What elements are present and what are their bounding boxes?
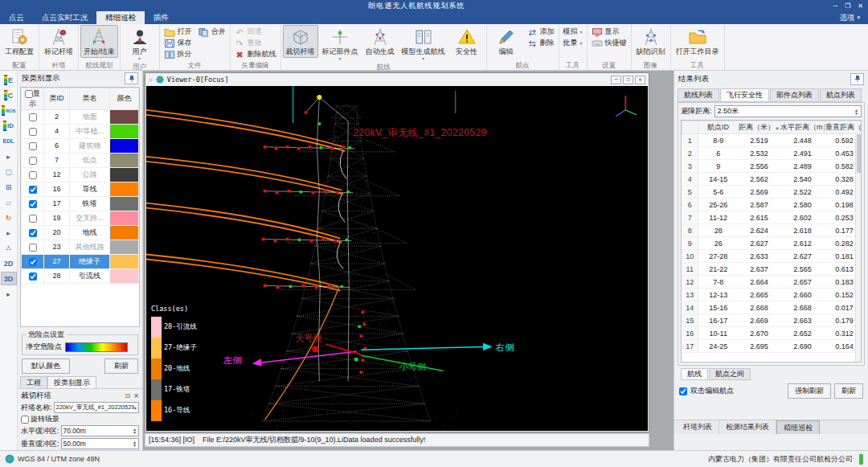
class-row[interactable]: 6 建筑物 [22, 138, 139, 153]
expand-arrow-icon[interactable]: ▸ [1, 287, 17, 301]
result-tab[interactable]: 飞行安全性 [720, 88, 769, 102]
class-visible-checkbox[interactable] [29, 215, 37, 223]
table-row[interactable]: 15 16-17 2.669 2.663 0.179 [682, 314, 862, 327]
result-tab[interactable]: 部件点列表 [770, 88, 819, 102]
add-waypoint-button[interactable]: ⇄ 添加 [525, 27, 557, 37]
class-color-swatch[interactable] [110, 110, 138, 124]
defect-recognition-button[interactable]: 缺陷识别 [633, 25, 669, 58]
hotkey-button[interactable]: 快捷键 [589, 38, 629, 48]
merge-button[interactable]: 合并 [195, 27, 228, 37]
split-button[interactable]: 拆分 [162, 49, 194, 59]
safety-button[interactable]: 安全性 [449, 25, 485, 58]
float-panel-icon[interactable]: ⊡ [125, 392, 131, 399]
undo-button[interactable]: ↶ 回退 [232, 27, 279, 37]
menu-tab[interactable]: 点云 [0, 11, 33, 24]
class-visible-checkbox[interactable] [29, 229, 37, 237]
menu-tab[interactable]: 点云实时工况 [33, 11, 96, 24]
table-row[interactable]: 6 25-26 2.587 2.580 0.198 [682, 199, 862, 211]
expand-arrow-icon[interactable]: ▸ [1, 150, 17, 163]
class-visible-checkbox[interactable] [29, 128, 37, 136]
vertical-buffer-spinner[interactable]: 50.00m ▲▼ [61, 438, 139, 449]
default-color-button[interactable]: 默认颜色 [22, 358, 70, 374]
auto-generate-button[interactable]: 自动生成 [362, 25, 398, 58]
right-bottom-tab[interactable]: 杆塔列表 [677, 420, 719, 434]
colorize-class-button[interactable]: C [1, 88, 17, 102]
cube-view-button[interactable]: ▢ [1, 165, 17, 178]
expand-arrow-icon[interactable]: ▸ [1, 226, 17, 240]
class-row[interactable]: 17 铁塔 [22, 196, 139, 211]
rotate-scene-checkbox[interactable] [21, 416, 29, 424]
show-all-checkbox[interactable] [25, 90, 33, 98]
minimize-icon[interactable]: ─ [833, 2, 837, 10]
options-menu[interactable]: 选项 ▾ [839, 11, 868, 24]
viewport-3d[interactable]: 220kV_审无线_#1_20220529 左侧 右侧 大号侧 小号侧 Clas… [146, 86, 648, 431]
double-click-edit-checkbox[interactable] [679, 387, 687, 395]
table-scrollbar[interactable] [855, 133, 861, 362]
right-bottom-tab[interactable]: 精细巡检 [776, 420, 820, 434]
viewer-maximize-icon[interactable]: ❐ [623, 76, 633, 84]
class-color-swatch[interactable] [110, 240, 138, 254]
batch-button[interactable]: 批量 ▾ [561, 38, 585, 48]
table-row[interactable]: 7 11-12 2.615 2.602 0.253 [682, 211, 862, 224]
class-visible-checkbox[interactable] [29, 157, 37, 165]
safety-sub-tab[interactable]: 航线 [681, 368, 708, 380]
class-visible-checkbox[interactable] [29, 142, 37, 150]
open-workdir-button[interactable]: 打开工作目录 [673, 25, 723, 58]
obstacle-distance-spinner[interactable]: 2.50米 ▲▼ [714, 105, 862, 117]
crop-tower-button[interactable]: 裁切杆塔 [283, 25, 318, 58]
class-row[interactable]: 2 地面 [22, 109, 139, 124]
result-tab[interactable]: 航点列表 [820, 88, 862, 102]
class-row[interactable]: 27 绝缘子 [22, 254, 139, 268]
mark-part-point-button[interactable]: 标记部件点 ▾ [319, 25, 362, 62]
open-button[interactable]: 打开 [162, 27, 194, 37]
table-row[interactable]: 11 21-22 2.637 2.565 0.613 [682, 263, 862, 276]
simulate-button[interactable]: 模拟 ▾ [561, 27, 585, 37]
class-row[interactable]: 12 公路 [22, 167, 139, 182]
class-color-swatch[interactable] [110, 211, 138, 225]
table-row[interactable]: 14 15-16 2.668 2.668 0.017 [682, 301, 862, 314]
colorize-elevation-button[interactable]: E [1, 73, 17, 87]
maximize-icon[interactable]: ❐ [845, 2, 850, 10]
spinner-arrows-icon[interactable]: ▲▼ [133, 440, 137, 447]
rotate-button[interactable]: ↻ [1, 211, 17, 224]
menu-tab[interactable]: 插件 [145, 11, 178, 24]
table-row[interactable]: 5 5-6 2.569 2.522 0.492 [682, 186, 862, 199]
class-color-swatch[interactable] [110, 182, 138, 196]
spinner-arrows-icon[interactable]: ▲▼ [854, 109, 858, 115]
class-visible-checkbox[interactable] [29, 244, 37, 252]
fit-view-button[interactable]: ⊞ [1, 180, 17, 194]
table-row[interactable]: 2 6 2.532 2.491 0.453 [682, 147, 862, 160]
menu-tab[interactable]: 精细巡检 [96, 11, 145, 24]
edit-waypoint-button[interactable]: 编辑 [489, 25, 524, 58]
left-panel-tab[interactable]: 按类别显示 [47, 376, 96, 388]
colorize-rgb-button[interactable]: RGB [1, 104, 17, 117]
class-color-swatch[interactable] [110, 139, 138, 153]
class-color-swatch[interactable] [110, 168, 138, 182]
table-row[interactable]: 10 27-28 2.633 2.627 0.181 [682, 250, 862, 263]
class-row[interactable]: 7 低点 [22, 153, 139, 167]
table-row[interactable]: 3 9 2.556 2.489 0.582 [682, 160, 862, 173]
edl-button[interactable]: EDL [1, 134, 17, 148]
slice-button[interactable]: ▱ [1, 195, 17, 209]
table-row[interactable]: 16 10-11 2.670 2.652 0.312 [682, 327, 862, 340]
waypoint-markers[interactable] [262, 95, 366, 374]
class-color-swatch[interactable] [110, 197, 138, 211]
refresh-button[interactable]: 刷新 [104, 358, 138, 374]
start-end-button[interactable]: 开始/结束 [80, 25, 118, 58]
class-row[interactable]: 4 中等植... [22, 124, 139, 138]
view-2d-button[interactable]: 2D [1, 256, 17, 270]
colorize-id-button[interactable]: ID [1, 119, 17, 133]
class-row[interactable]: 20 地线 [22, 225, 139, 240]
clearance-gradient-bar[interactable] [65, 342, 128, 352]
class-visible-checkbox[interactable] [29, 171, 37, 179]
class-color-swatch[interactable] [110, 154, 138, 167]
class-row[interactable]: 16 导线 [22, 182, 139, 196]
pin-button[interactable] [850, 73, 864, 85]
redo-button[interactable]: ↷ 重做 [232, 38, 279, 48]
tower-name-select[interactable]: 220kV_审无线_#1_20220529 ▾ [54, 402, 139, 413]
class-visible-checkbox[interactable] [29, 272, 37, 281]
table-row[interactable]: 1 8-9 2.519 2.448 0.592 [682, 134, 862, 147]
table-row[interactable]: 17 24-25 2.695 2.690 0.164 [682, 340, 862, 353]
save-button[interactable]: 保存 [162, 38, 194, 48]
class-row[interactable]: 23 其他线路 [22, 240, 139, 254]
